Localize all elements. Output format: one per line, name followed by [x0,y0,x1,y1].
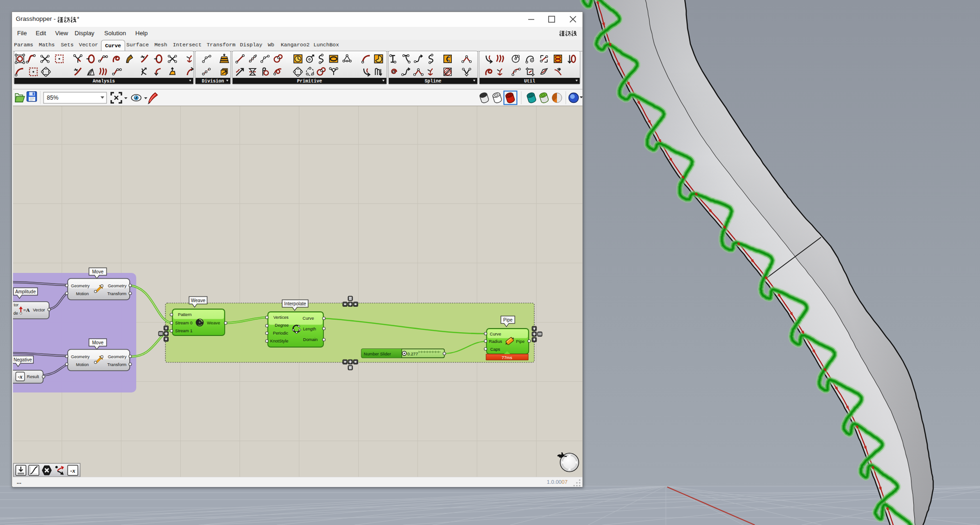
svg-text:-x: -x [18,373,23,380]
svg-text:Interpolate: Interpolate [284,301,306,306]
svg-text:Motion: Motion [76,362,89,367]
svg-text:Weave: Weave [207,321,220,325]
svg-text:77ms: 77ms [502,355,512,360]
svg-text:Geometry: Geometry [71,354,90,359]
svg-text:0.277: 0.277 [407,352,418,356]
svg-text:Periodic: Periodic [273,331,289,335]
svg-text:Stream 0: Stream 0 [175,321,192,325]
svg-text:tor: tor [13,303,19,307]
svg-text:Radius: Radius [489,339,502,344]
svg-text:Number Slider: Number Slider [364,352,391,356]
svg-text:KnotStyle: KnotStyle [270,339,288,343]
svg-text:Curve: Curve [303,316,314,321]
svg-text:Division: Division [202,79,224,84]
svg-text:de: de [13,311,18,316]
svg-text:85%: 85% [47,95,58,101]
svg-text:Degree: Degree [275,323,289,328]
svg-text:Move: Move [92,340,104,345]
svg-text:Motion: Motion [76,291,89,296]
svg-text:=A: =A [23,307,30,313]
svg-text:Transform: Transform [107,291,126,296]
svg-text:Pipe: Pipe [516,339,525,344]
svg-text:Stream 1: Stream 1 [175,329,192,333]
svg-text:Length: Length [303,327,316,331]
svg-text:Move: Move [92,269,104,274]
svg-text:Weave: Weave [191,298,205,303]
svg-text:Pipe: Pipe [503,317,512,323]
svg-text:Geometry: Geometry [108,284,127,288]
svg-text:Caps: Caps [490,347,500,352]
svg-text:Geometry: Geometry [108,354,127,359]
svg-text:Vector: Vector [33,308,45,312]
svg-text:Pattern: Pattern [178,312,192,317]
svg-text:Negative: Negative [13,357,32,362]
svg-text:Primitive: Primitive [297,79,322,84]
svg-text:Geometry: Geometry [71,284,90,288]
svg-text:Vertices: Vertices [273,315,289,320]
svg-text:-x: -x [70,467,76,474]
svg-text:Analysis: Analysis [93,79,115,84]
svg-text:Spline: Spline [424,79,441,84]
svg-text:Util: Util [524,79,535,84]
svg-text:Curve: Curve [490,332,501,336]
svg-text:Result: Result [27,374,39,379]
svg-text:Transform: Transform [107,362,126,367]
svg-text:Domain: Domain [303,337,318,342]
svg-text:Amplitude: Amplitude [15,289,36,294]
